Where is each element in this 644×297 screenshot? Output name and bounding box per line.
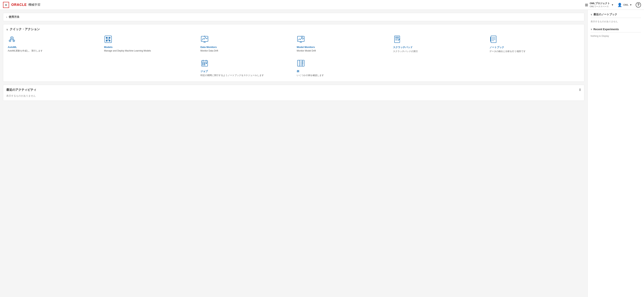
notebook-desc: データの検出と分析を行う場所です xyxy=(490,50,526,53)
svg-rect-47 xyxy=(204,64,205,65)
project-dropdown-icon: ▼ xyxy=(611,4,614,6)
recent-notebooks-section: ∨ 最近のノートブック 表示するものがありません xyxy=(590,13,641,23)
user-menu[interactable]: 👤 OML ▼ xyxy=(618,3,632,7)
svg-rect-49 xyxy=(299,60,304,66)
svg-line-25 xyxy=(302,37,303,38)
svg-rect-45 xyxy=(206,63,207,64)
header: ≡ ORACLE 機械学習 ⊞ OMLプロジェクト OMLワークスペース ▼ 👤… xyxy=(0,0,644,10)
svg-line-4 xyxy=(10,39,11,40)
svg-point-9 xyxy=(106,37,108,38)
automl-icon xyxy=(8,35,17,44)
quick-action-examples[interactable]: 例 いくつかの例を確認します xyxy=(295,58,388,78)
models-desc: Manage and Deploy Machine Learning Model… xyxy=(104,49,151,52)
quick-action-jobs[interactable]: ジョブ 特定の期間に実行するようノートブックをスケジュールします xyxy=(199,58,292,78)
help-button[interactable]: ? xyxy=(636,2,641,8)
recent-experiments-title: Recent Experiments xyxy=(594,28,619,31)
scratchpad-title: スクラッチパッド xyxy=(393,46,412,49)
how-to-use-header[interactable]: › 使用方法 xyxy=(6,15,581,19)
header-right: ⊞ OMLプロジェクト OMLワークスペース ▼ 👤 OML ▼ ? xyxy=(585,2,641,8)
app-title: 機械学習 xyxy=(28,3,40,7)
recent-notebooks-empty: 表示するものがありません xyxy=(590,20,618,23)
svg-point-7 xyxy=(14,40,14,41)
data-monitors-title: Data Monitors xyxy=(200,46,217,48)
svg-rect-46 xyxy=(202,64,204,65)
quick-actions-grid-row1: AutoML AutoML実験を作成し、実行します xyxy=(6,34,581,54)
models-icon xyxy=(104,35,113,44)
notebook-icon xyxy=(490,35,498,44)
quick-action-models[interactable]: Models Manage and Deploy Machine Learnin… xyxy=(102,34,196,54)
recent-experiments-section: ∨ Recent Experiments Nothing to Display xyxy=(590,28,641,37)
jobs-desc: 特定の期間に実行するようノートブックをスケジュールします xyxy=(200,74,264,77)
svg-point-11 xyxy=(106,40,108,42)
data-monitors-icon xyxy=(200,35,210,44)
right-sidebar: ∨ 最近のノートブック 表示するものがありません ∨ Recent Experi… xyxy=(588,10,644,297)
quick-actions-title: クイック・アクション xyxy=(10,27,40,31)
user-icon: 👤 xyxy=(618,3,622,7)
examples-icon xyxy=(297,59,306,68)
recent-experiments-empty: Nothing to Display xyxy=(590,35,609,37)
quick-action-model-monitors[interactable]: Model Monitors Monitor Model Drift xyxy=(295,34,388,54)
svg-rect-43 xyxy=(202,63,204,64)
svg-rect-48 xyxy=(298,60,302,66)
scratchpad-desc: スクラッチパッドの実行 xyxy=(393,50,418,53)
recent-notebooks-title: 最近のノートブック xyxy=(594,13,617,16)
content-area: › 使用方法 ∨ クイック・アクション xyxy=(0,10,588,297)
svg-line-5 xyxy=(13,39,14,40)
project-info: OMLプロジェクト OMLワークスペース xyxy=(590,2,610,8)
filter-icon[interactable]: ⊽ xyxy=(579,88,581,92)
recent-experiments-toggle: ∨ xyxy=(590,28,592,30)
logo: ORACLE 機械学習 xyxy=(11,3,40,7)
recent-activity-section: 最近のアクティビティ ⊽ 表示するものがありません xyxy=(3,85,584,101)
quick-actions-grid-row2: ジョブ 特定の期間に実行するようノートブックをスケジュールします xyxy=(6,58,581,78)
automl-desc: AutoML実験を作成し、実行します xyxy=(8,49,43,52)
recent-activity-title: 最近のアクティビティ xyxy=(6,88,36,92)
model-monitors-icon xyxy=(297,35,306,44)
user-dropdown-icon: ▼ xyxy=(630,4,632,6)
main-layout: › 使用方法 ∨ クイック・アクション xyxy=(0,10,644,297)
svg-point-6 xyxy=(10,40,10,41)
svg-point-12 xyxy=(109,40,110,42)
how-to-use-section: › 使用方法 xyxy=(3,13,584,21)
models-title: Models xyxy=(104,46,112,48)
recent-experiments-header[interactable]: ∨ Recent Experiments xyxy=(590,28,641,32)
project-grid-icon: ⊞ xyxy=(585,3,588,7)
svg-rect-44 xyxy=(204,63,205,64)
quick-action-automl[interactable]: AutoML AutoML実験を作成し、実行します xyxy=(6,34,100,54)
recent-notebooks-toggle: ∨ xyxy=(590,13,592,16)
quick-action-data-monitors[interactable]: Data Monitors Monitor Data Drift xyxy=(199,34,292,54)
project-selector[interactable]: ⊞ OMLプロジェクト OMLワークスペース ▼ xyxy=(585,2,614,8)
svg-point-1 xyxy=(11,38,12,39)
data-monitors-desc: Monitor Data Drift xyxy=(200,49,218,52)
examples-title: 例 xyxy=(297,70,299,73)
jobs-title: ジョブ xyxy=(200,70,208,73)
notebook-title: ノートブック xyxy=(490,46,504,49)
recent-activity-header: 最近のアクティビティ ⊽ xyxy=(6,88,581,92)
svg-point-10 xyxy=(109,37,110,38)
automl-title: AutoML xyxy=(8,46,17,48)
menu-button[interactable]: ≡ xyxy=(3,2,9,8)
recent-notebooks-header[interactable]: ∨ 最近のノートブック xyxy=(590,13,641,18)
oracle-logo: ORACLE xyxy=(11,3,27,7)
project-workspace: OMLワークスペース xyxy=(590,5,610,8)
quick-action-notebook[interactable]: ノートブック データの検出と分析を行う場所です xyxy=(488,34,581,54)
user-name: OML xyxy=(623,4,628,6)
quick-actions-header[interactable]: ∨ クイック・アクション xyxy=(6,27,581,31)
model-monitors-desc: Monitor Model Drift xyxy=(297,49,316,52)
quick-action-scratchpad[interactable]: スクラッチパッド スクラッチパッドの実行 xyxy=(392,34,485,54)
quick-actions-section: ∨ クイック・アクション xyxy=(3,24,584,82)
project-name: OMLプロジェクト xyxy=(590,2,610,5)
how-to-use-toggle: › xyxy=(6,16,7,18)
how-to-use-title: 使用方法 xyxy=(9,15,19,19)
scratchpad-icon xyxy=(393,35,402,44)
quick-actions-toggle: ∨ xyxy=(6,28,8,31)
svg-rect-33 xyxy=(491,36,496,43)
model-monitors-title: Model Monitors xyxy=(297,46,315,48)
examples-desc: いくつかの例を確認します xyxy=(297,74,324,77)
jobs-icon xyxy=(200,59,210,68)
recent-activity-empty: 表示するものがありません xyxy=(6,94,36,97)
